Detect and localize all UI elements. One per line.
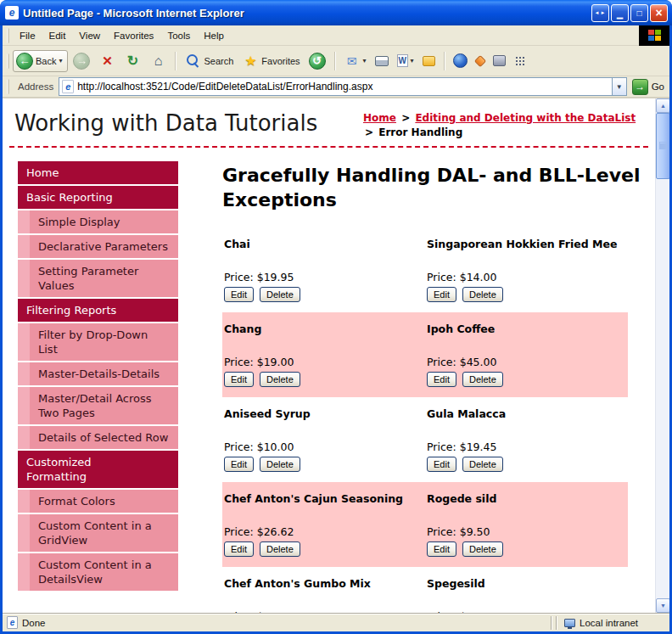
product-row: Aniseed SyrupPrice: $10.00EditDeleteGula… [222,397,628,482]
breadcrumb-home-link[interactable]: Home [363,112,396,124]
breadcrumb-separator: > [365,126,373,138]
sidebar-item-label: Custom Content in a DetailsView [30,553,178,591]
research-button[interactable] [473,55,488,67]
sidebar-item[interactable]: Simple Display [18,210,178,233]
messenger-button[interactable] [450,52,471,70]
edit-button[interactable]: Edit [224,541,254,557]
devtools-button[interactable] [490,53,509,68]
scroll-down-button[interactable]: ▼ [656,598,669,613]
sidebar-item[interactable]: Master/Detail Across Two Pages [18,387,178,424]
page-heading: Gracefully Handling DAL- and BLL-Level E… [222,163,651,212]
addressbar-grip[interactable] [7,79,9,94]
delete-button[interactable]: Delete [260,287,300,302]
product-row: Chef Anton's Cajun SeasoningPrice: $26.6… [222,482,628,567]
menu-items: FileEditViewFavoritesToolsHelp [13,28,639,43]
discuss-button[interactable] [419,54,439,68]
delete-button[interactable]: Delete [462,372,503,387]
scroll-up-button[interactable]: ▲ [656,98,669,113]
dropdown-arrow-icon: ▾ [363,57,367,65]
menu-grip[interactable] [7,28,9,43]
sidebar-item[interactable]: Master-Details-Details [18,362,178,385]
menu-bar: FileEditViewFavoritesToolsHelp [3,25,669,46]
sidebar-item-label: Basic Reporting [18,186,178,209]
vertical-scrollbar[interactable]: ▲ ▼ [655,98,669,613]
product-name: Singaporean Hokkien Fried Mee [427,238,626,251]
sidebar-item[interactable]: Details of Selected Row [18,426,178,449]
sidebar-item[interactable]: Declarative Parameters [18,235,178,258]
product-name: Ipoh Coffee [427,323,626,336]
delete-button[interactable]: Delete [462,287,503,302]
sidebar-item-label: Master-Details-Details [30,362,178,385]
product-name: Chef Anton's Gumbo Mix [224,577,423,591]
sidebar-item[interactable]: Home [18,161,178,184]
sidebar-item[interactable]: Filtering Reports [18,299,178,322]
menu-item-view[interactable]: View [72,28,107,43]
toolbar-separator [334,52,335,70]
close-button[interactable]: × [650,4,668,22]
product-buttons: EditDelete [224,372,423,387]
browser-window: e Untitled Page - Microsoft Internet Exp… [0,0,672,634]
delete-button[interactable]: Delete [462,457,503,472]
home-icon: ⌂ [149,53,166,70]
stop-button[interactable]: ✕ [95,51,119,71]
title-bar[interactable]: e Untitled Page - Microsoft Internet Exp… [0,0,672,25]
product-buttons: EditDelete [224,457,423,472]
breadcrumb-section-link[interactable]: Editing and Deleting with the DataList [415,112,636,124]
menu-item-edit[interactable]: Edit [42,28,73,43]
edit-button[interactable]: Edit [427,372,456,387]
print-button[interactable] [372,54,392,68]
refresh-button[interactable]: ↻ [120,51,144,71]
edit-button[interactable]: Edit [224,287,254,302]
delete-button[interactable]: Delete [462,541,503,557]
product-price: Price: $19.45 [427,440,626,453]
edit-button[interactable]: Edit [427,541,456,557]
product-row: ChaiPrice: $19.95EditDeleteSingaporean H… [222,227,628,312]
favorites-button[interactable]: ★Favorites [238,51,303,71]
sidebar-item-label: Custom Content in a GridView [30,514,178,552]
sidebar-item[interactable]: Setting Parameter Values [18,260,178,297]
home-button[interactable]: ⌂ [146,51,170,71]
sidebar-item[interactable]: Custom Content in a DetailsView [18,553,178,591]
edit-button[interactable]: Edit [224,372,254,387]
sidebar-item[interactable]: Filter by Drop-Down List [18,323,178,361]
toolbar-grip[interactable] [7,53,9,69]
mail-button[interactable]: ✉▾ [340,51,370,71]
sidebar-item[interactable]: Custom Content in a GridView [18,514,178,552]
forward-button: → [70,51,93,71]
edit-button[interactable]: Edit [427,287,456,302]
address-dropdown-button[interactable]: ▼ [612,78,626,95]
product-price: Price: $26.62 [224,525,423,538]
menu-item-tools[interactable]: Tools [160,28,197,43]
sidebar-item[interactable]: Customized Formatting [18,451,178,488]
sidebar-indent-strip [18,260,30,297]
minimize-button[interactable]: ▁ [611,4,629,22]
links-button[interactable] [511,53,529,69]
product-item: Singaporean Hokkien Fried MeePrice: $14.… [425,227,628,312]
edit-button[interactable]: Edit [427,457,456,472]
menu-item-file[interactable]: File [13,28,42,43]
document-icon: e [7,616,18,629]
address-input[interactable]: e http://localhost:3521/Code/EditDeleteD… [59,77,626,96]
product-buttons: EditDelete [427,541,626,557]
product-item: Chef Anton's Cajun SeasoningPrice: $26.6… [222,482,425,567]
stop-icon: ✕ [98,53,115,70]
search-button[interactable]: Search [181,51,237,71]
product-item: Ipoh CoffeePrice: $45.00EditDelete [425,312,628,397]
window-arrows-button[interactable]: ◄► [591,4,609,22]
edit-button[interactable]: Edit [224,457,254,472]
delete-button[interactable]: Delete [260,541,300,557]
menu-item-favorites[interactable]: Favorites [107,28,160,43]
back-button[interactable]: ←Back▾ [13,50,68,72]
scrollbar-thumb[interactable] [656,113,669,179]
edit-button[interactable]: W▾ [394,53,417,69]
sidebar-indent-strip [18,323,30,361]
sidebar-item[interactable]: Format Colors [18,490,178,513]
menu-item-help[interactable]: Help [197,28,231,43]
sidebar-indent-strip [18,514,30,552]
sidebar-item[interactable]: Basic Reporting [18,186,178,209]
delete-button[interactable]: Delete [260,457,300,472]
go-button[interactable]: → Go [632,79,664,95]
delete-button[interactable]: Delete [260,372,300,387]
maximize-button[interactable]: □ [630,4,648,22]
history-button[interactable]: ↺ [305,51,329,71]
